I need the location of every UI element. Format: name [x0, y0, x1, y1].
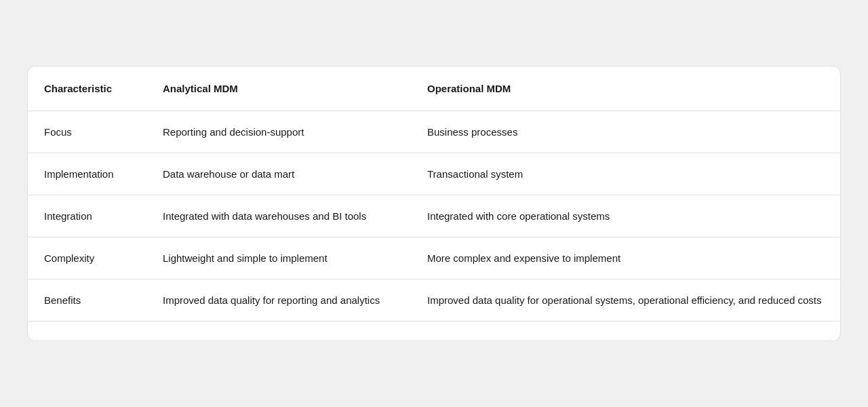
cell-integration-characteristic: Integration: [28, 195, 146, 237]
cell-implementation-characteristic: Implementation: [28, 153, 146, 195]
header-operational: Operational MDM: [411, 66, 840, 111]
table-row-benefits: BenefitsImproved data quality for report…: [28, 279, 840, 322]
cell-focus-characteristic: Focus: [28, 111, 146, 153]
cell-implementation-operational: Transactional system: [411, 153, 840, 195]
table-spacer-row: [28, 322, 840, 341]
cell-complexity-operational: More complex and expensive to implement: [411, 237, 840, 279]
table-header-row: Characteristic Analytical MDM Operationa…: [28, 66, 840, 111]
header-analytical: Analytical MDM: [146, 66, 411, 111]
cell-benefits-characteristic: Benefits: [28, 279, 146, 322]
cell-focus-analytical: Reporting and decision-support: [146, 111, 411, 153]
cell-benefits-analytical: Improved data quality for reporting and …: [146, 279, 411, 322]
cell-complexity-analytical: Lightweight and simple to implement: [146, 237, 411, 279]
table-row-integration: IntegrationIntegrated with data warehous…: [28, 195, 840, 237]
cell-focus-operational: Business processes: [411, 111, 840, 153]
cell-benefits-operational: Improved data quality for operational sy…: [411, 279, 840, 322]
cell-implementation-analytical: Data warehouse or data mart: [146, 153, 411, 195]
table-row-complexity: ComplexityLightweight and simple to impl…: [28, 237, 840, 279]
cell-integration-operational: Integrated with core operational systems: [411, 195, 840, 237]
table-row-implementation: ImplementationData warehouse or data mar…: [28, 153, 840, 195]
cell-complexity-characteristic: Complexity: [28, 237, 146, 279]
cell-integration-analytical: Integrated with data warehouses and BI t…: [146, 195, 411, 237]
comparison-table: Characteristic Analytical MDM Operationa…: [28, 66, 840, 341]
table-row-focus: FocusReporting and decision-supportBusin…: [28, 111, 840, 153]
comparison-table-wrapper: Characteristic Analytical MDM Operationa…: [27, 66, 841, 341]
header-characteristic: Characteristic: [28, 66, 146, 111]
